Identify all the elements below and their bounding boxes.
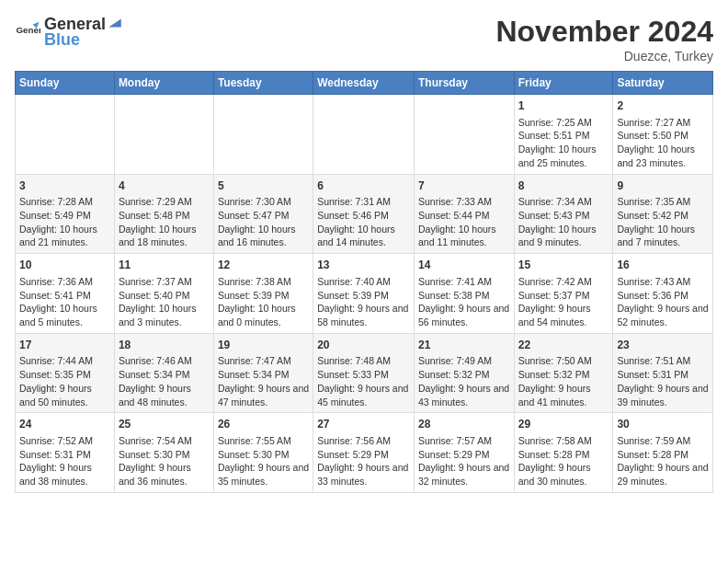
day-info-line: Daylight: 10 hours and 23 minutes.	[617, 143, 709, 169]
day-info-line: Daylight: 9 hours and 38 minutes.	[19, 461, 110, 488]
calendar-cell: 12Sunrise: 7:38 AMSunset: 5:39 PMDayligh…	[213, 254, 313, 334]
calendar-cell: 5Sunrise: 7:30 AMSunset: 5:47 PMDaylight…	[213, 174, 313, 254]
calendar-cell: 30Sunrise: 7:59 AMSunset: 5:28 PMDayligh…	[613, 413, 713, 493]
calendar-cell: 27Sunrise: 7:56 AMSunset: 5:29 PMDayligh…	[313, 413, 415, 493]
day-number: 5	[218, 178, 309, 194]
calendar-cell	[313, 95, 415, 175]
day-info-line: Sunrise: 7:34 AM	[518, 195, 609, 209]
day-info-line: Sunrise: 7:56 AM	[317, 434, 410, 448]
calendar-cell: 16Sunrise: 7:43 AMSunset: 5:36 PMDayligh…	[613, 254, 713, 334]
calendar-cell: 29Sunrise: 7:58 AMSunset: 5:28 PMDayligh…	[514, 413, 613, 493]
month-title: November 2024	[495, 15, 713, 49]
day-header-friday: Friday	[514, 72, 613, 95]
day-info-line: Daylight: 9 hours and 52 minutes.	[617, 302, 709, 328]
day-info-line: Sunrise: 7:28 AM	[19, 195, 110, 209]
day-info-line: Sunset: 5:30 PM	[218, 448, 309, 462]
calendar-cell: 23Sunrise: 7:51 AMSunset: 5:31 PMDayligh…	[613, 333, 713, 413]
day-number: 19	[218, 338, 309, 353]
calendar-week-row: 17Sunrise: 7:44 AMSunset: 5:35 PMDayligh…	[16, 333, 713, 413]
day-info-line: Sunrise: 7:25 AM	[518, 116, 609, 130]
day-info-line: Sunrise: 7:31 AM	[317, 195, 410, 209]
day-info-line: Daylight: 10 hours and 18 minutes.	[119, 223, 210, 249]
day-info-line: Daylight: 9 hours and 47 minutes.	[218, 382, 309, 408]
calendar-cell: 26Sunrise: 7:55 AMSunset: 5:30 PMDayligh…	[213, 413, 313, 493]
day-info-line: Sunrise: 7:52 AM	[19, 434, 110, 448]
day-info-line: Sunset: 5:39 PM	[218, 289, 309, 303]
day-number: 14	[418, 258, 510, 273]
day-info-line: Sunset: 5:31 PM	[617, 368, 709, 382]
calendar-cell: 13Sunrise: 7:40 AMSunset: 5:39 PMDayligh…	[313, 254, 415, 334]
day-info-line: Daylight: 10 hours and 0 minutes.	[218, 302, 309, 328]
calendar-week-row: 1Sunrise: 7:25 AMSunset: 5:51 PMDaylight…	[16, 95, 713, 175]
day-number: 24	[19, 417, 110, 432]
calendar-cell: 4Sunrise: 7:29 AMSunset: 5:48 PMDaylight…	[114, 174, 213, 254]
calendar-cell: 28Sunrise: 7:57 AMSunset: 5:29 PMDayligh…	[414, 413, 514, 493]
day-info-line: Sunset: 5:47 PM	[218, 209, 309, 223]
calendar-cell: 15Sunrise: 7:42 AMSunset: 5:37 PMDayligh…	[514, 254, 613, 334]
day-info-line: Sunset: 5:32 PM	[518, 368, 609, 382]
day-number: 25	[119, 417, 210, 432]
calendar-cell: 17Sunrise: 7:44 AMSunset: 5:35 PMDayligh…	[16, 333, 115, 413]
day-info-line: Sunset: 5:32 PM	[418, 368, 510, 382]
calendar-week-row: 3Sunrise: 7:28 AMSunset: 5:49 PMDaylight…	[16, 174, 713, 254]
day-info-line: Sunrise: 7:41 AM	[418, 275, 510, 289]
day-number: 3	[19, 178, 110, 194]
day-number: 28	[418, 417, 510, 432]
day-number: 13	[317, 258, 410, 273]
day-info-line: Daylight: 9 hours and 43 minutes.	[418, 382, 510, 408]
day-info-line: Sunset: 5:38 PM	[418, 289, 510, 303]
day-info-line: Daylight: 9 hours and 39 minutes.	[617, 382, 709, 408]
day-number: 6	[317, 178, 410, 194]
day-info-line: Sunset: 5:29 PM	[418, 448, 510, 462]
day-number: 18	[119, 338, 210, 353]
calendar-cell: 11Sunrise: 7:37 AMSunset: 5:40 PMDayligh…	[114, 254, 213, 334]
day-info-line: Sunrise: 7:57 AM	[418, 434, 510, 448]
day-info-line: Daylight: 10 hours and 9 minutes.	[518, 223, 609, 249]
calendar-cell: 14Sunrise: 7:41 AMSunset: 5:38 PMDayligh…	[414, 254, 514, 334]
day-number: 22	[518, 338, 609, 353]
calendar-week-row: 10Sunrise: 7:36 AMSunset: 5:41 PMDayligh…	[16, 254, 713, 334]
calendar-cell: 1Sunrise: 7:25 AMSunset: 5:51 PMDaylight…	[514, 95, 613, 175]
day-info-line: Daylight: 10 hours and 25 minutes.	[518, 143, 609, 169]
day-info-line: Sunrise: 7:33 AM	[418, 195, 510, 209]
day-number: 7	[418, 178, 510, 194]
day-info-line: Daylight: 10 hours and 21 minutes.	[19, 223, 110, 249]
calendar-cell: 3Sunrise: 7:28 AMSunset: 5:49 PMDaylight…	[16, 174, 115, 254]
day-number: 8	[518, 178, 609, 194]
day-header-thursday: Thursday	[414, 72, 514, 95]
day-info-line: Daylight: 9 hours and 54 minutes.	[518, 302, 609, 328]
calendar-cell: 8Sunrise: 7:34 AMSunset: 5:43 PMDaylight…	[514, 174, 613, 254]
day-number: 17	[19, 338, 110, 353]
day-info-line: Daylight: 10 hours and 7 minutes.	[617, 223, 709, 249]
calendar-cell: 25Sunrise: 7:54 AMSunset: 5:30 PMDayligh…	[114, 413, 213, 493]
day-info-line: Sunrise: 7:44 AM	[19, 354, 110, 368]
calendar-cell: 22Sunrise: 7:50 AMSunset: 5:32 PMDayligh…	[514, 333, 613, 413]
day-info-line: Sunrise: 7:48 AM	[317, 354, 410, 368]
day-info-line: Sunrise: 7:50 AM	[518, 354, 609, 368]
day-info-line: Sunrise: 7:51 AM	[617, 354, 709, 368]
calendar-cell: 18Sunrise: 7:46 AMSunset: 5:34 PMDayligh…	[114, 333, 213, 413]
logo-icon: General	[15, 19, 40, 45]
day-info-line: Sunset: 5:39 PM	[317, 289, 410, 303]
calendar-cell: 2Sunrise: 7:27 AMSunset: 5:50 PMDaylight…	[613, 95, 713, 175]
day-info-line: Sunset: 5:30 PM	[119, 448, 210, 462]
day-number: 12	[218, 258, 309, 273]
day-info-line: Daylight: 9 hours and 30 minutes.	[518, 461, 609, 488]
calendar-cell	[213, 95, 313, 175]
day-info-line: Sunset: 5:29 PM	[317, 448, 410, 462]
day-info-line: Sunrise: 7:43 AM	[617, 275, 709, 289]
day-info-line: Sunrise: 7:54 AM	[119, 434, 210, 448]
day-info-line: Sunrise: 7:30 AM	[218, 195, 309, 209]
calendar-cell: 24Sunrise: 7:52 AMSunset: 5:31 PMDayligh…	[16, 413, 115, 493]
calendar-cell: 7Sunrise: 7:33 AMSunset: 5:44 PMDaylight…	[414, 174, 514, 254]
day-info-line: Sunrise: 7:37 AM	[119, 275, 210, 289]
day-info-line: Sunset: 5:33 PM	[317, 368, 410, 382]
day-info-line: Sunset: 5:28 PM	[518, 448, 609, 462]
day-number: 20	[317, 338, 410, 353]
title-area: November 2024 Duezce, Turkey	[495, 15, 713, 63]
day-info-line: Sunrise: 7:42 AM	[518, 275, 609, 289]
header: General General Blue November 2024 Duezc…	[15, 15, 713, 63]
calendar-cell: 10Sunrise: 7:36 AMSunset: 5:41 PMDayligh…	[16, 254, 115, 334]
day-number: 27	[317, 417, 410, 432]
day-number: 10	[19, 258, 110, 273]
